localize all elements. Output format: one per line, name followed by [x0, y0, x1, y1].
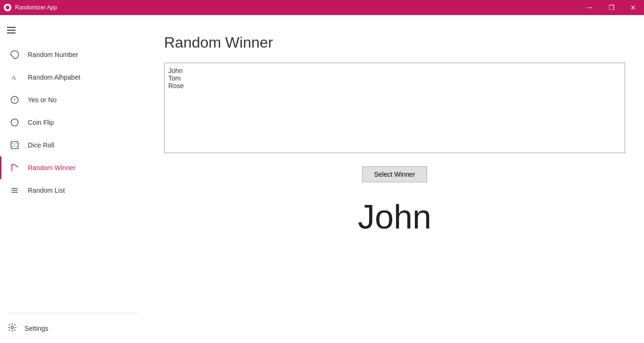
maximize-button[interactable]: ❐: [601, 0, 622, 15]
sidebar-label-random-list: Random List: [28, 187, 65, 194]
svg-point-8: [16, 143, 17, 144]
random-alphabet-icon: A: [9, 72, 20, 83]
window-controls: ─ ❐ ✕: [579, 0, 644, 15]
hamburger-button[interactable]: [0, 19, 23, 41]
app-title: Randomizer App: [15, 4, 57, 11]
sidebar-item-yes-or-no[interactable]: Yes or No: [0, 89, 145, 111]
sidebar-item-random-winner[interactable]: Random Winner: [0, 156, 145, 179]
title-bar-left: Randomizer App: [4, 4, 57, 11]
random-list-icon: [9, 185, 20, 196]
svg-point-5: [11, 119, 18, 126]
app-icon: [4, 4, 11, 11]
sidebar-label-coin-flip: Coin Flip: [28, 119, 54, 126]
minimize-button[interactable]: ─: [579, 0, 601, 15]
close-button[interactable]: ✕: [622, 0, 644, 15]
svg-point-7: [13, 143, 14, 144]
main-content: Random Winner John Tom Rose Select Winne…: [145, 15, 644, 343]
svg-point-15: [11, 327, 14, 329]
yes-or-no-icon: [9, 94, 20, 106]
sidebar-divider: [8, 313, 138, 313]
sidebar-label-random-winner: Random Winner: [28, 164, 75, 172]
sidebar-label-random-number: Random Number: [28, 51, 78, 58]
nav-items: Random Number A Random Alhpabet: [0, 43, 145, 309]
names-textarea[interactable]: John Tom Rose: [164, 63, 625, 153]
svg-point-0: [6, 6, 9, 9]
sidebar-label-dice-roll: Dice Roll: [28, 141, 54, 149]
sidebar-item-dice-roll[interactable]: Dice Roll: [0, 134, 145, 156]
sidebar-label-yes-or-no: Yes or No: [28, 96, 57, 104]
sidebar-item-random-alphabet[interactable]: A Random Alhpabet: [0, 66, 145, 89]
sidebar-item-random-list[interactable]: Random List: [0, 179, 145, 202]
svg-point-10: [16, 146, 17, 147]
title-bar: Randomizer App ─ ❐ ✕: [0, 0, 644, 15]
svg-point-4: [14, 101, 15, 102]
settings-icon: [8, 323, 17, 334]
random-winner-icon: [9, 162, 20, 173]
select-winner-button[interactable]: Select Winner: [362, 166, 427, 182]
sidebar-item-coin-flip[interactable]: Coin Flip: [0, 111, 145, 134]
app-body: Random Number A Random Alhpabet: [0, 15, 644, 343]
sidebar-item-settings[interactable]: Settings: [0, 317, 145, 339]
sidebar-label-random-alphabet: Random Alhpabet: [28, 74, 80, 81]
svg-text:A: A: [11, 74, 16, 81]
dice-roll-icon: [9, 139, 20, 151]
sidebar: Random Number A Random Alhpabet: [0, 15, 145, 343]
svg-point-9: [13, 146, 14, 147]
coin-flip-icon: [9, 117, 20, 128]
winner-display: John: [164, 197, 625, 236]
svg-point-11: [14, 145, 15, 146]
sidebar-item-random-number[interactable]: Random Number: [0, 43, 145, 66]
page-title: Random Winner: [164, 34, 625, 51]
hamburger-icon: [7, 27, 16, 33]
settings-label: Settings: [25, 325, 49, 332]
random-number-icon: [9, 49, 20, 60]
